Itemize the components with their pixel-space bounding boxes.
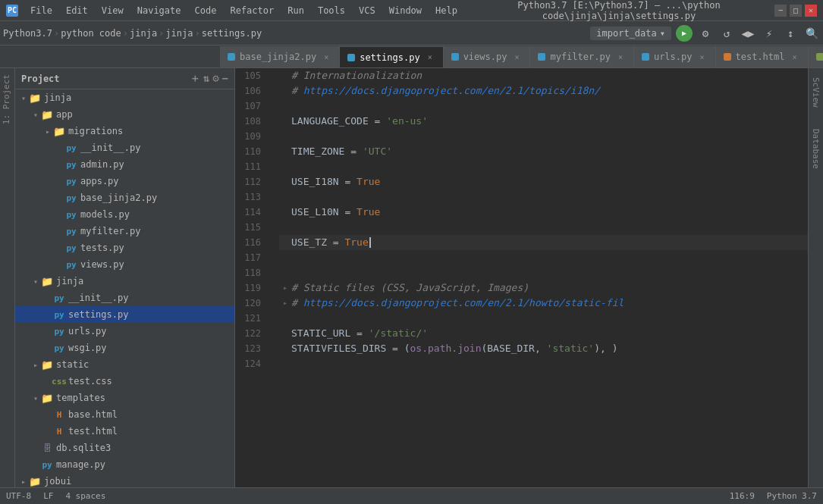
sidebar-item-db_sqlite[interactable]: 🗄db.sqlite3 <box>15 440 234 456</box>
sidebar-item-init_app[interactable]: py__init__.py <box>15 139 234 156</box>
menu-item-help[interactable]: Help <box>429 4 463 17</box>
menu-item-refactor[interactable]: Refactor <box>224 4 280 17</box>
tab-settings[interactable]: settings.py× <box>340 46 443 67</box>
vcs-icon[interactable]: ↕ <box>782 25 799 42</box>
menu-item-window[interactable]: Window <box>383 4 428 17</box>
sidebar-item-wsgi_py[interactable]: pywsgi.py <box>15 340 234 356</box>
tab-close-myfilter[interactable]: × <box>615 52 626 62</box>
sidebar-item-admin_py[interactable]: pyadmin.py <box>15 156 234 173</box>
breadcrumb-item-jinja[interactable]: jinja <box>130 28 157 39</box>
menu-item-navigate[interactable]: Navigate <box>131 4 187 17</box>
database-label[interactable]: Database <box>809 126 822 172</box>
tab-close-base_jinja2[interactable]: × <box>321 52 331 62</box>
sidebar-item-tests_py[interactable]: pytests.py <box>15 239 234 256</box>
fold-arrow-106 <box>279 83 291 99</box>
tab-views[interactable]: views.py× <box>444 46 531 67</box>
fold-arrow-120[interactable]: ▸ <box>279 296 291 311</box>
menu-item-edit[interactable]: Edit <box>60 4 94 17</box>
coverage-icon[interactable]: ◀▶ <box>740 25 756 42</box>
py-icon: py <box>65 242 77 254</box>
breadcrumb-item-python3_7[interactable]: Python3.7 <box>3 28 52 39</box>
token: STATIVFILES_DIRS <box>291 341 386 356</box>
breadcrumb-item-jinja[interactable]: jinja <box>165 28 193 39</box>
menu-item-file[interactable]: File <box>24 4 58 17</box>
fold-arrow-109 <box>279 129 291 144</box>
breadcrumb-item-python_code[interactable]: python code <box>61 28 121 39</box>
add-icon[interactable]: ＋ <box>190 72 200 86</box>
sidebar-item-templates_folder[interactable]: ▾📁templates <box>15 390 234 406</box>
tab-close-urls[interactable]: × <box>697 52 708 62</box>
sidebar-item-migrations_folder[interactable]: ▸📁migrations <box>15 123 234 139</box>
sidebar-item-myfilter_py[interactable]: pymyfilter.py <box>15 223 234 239</box>
sidebar-item-app_folder[interactable]: ▾📁app <box>15 106 234 123</box>
minimize-icon[interactable]: − <box>222 72 228 86</box>
breadcrumb-item-settings_py[interactable]: settings.py <box>202 28 262 39</box>
py-icon: py <box>53 342 65 354</box>
sidebar-item-jobui_folder[interactable]: ▸📁jobui <box>15 473 234 487</box>
settings-icon[interactable]: ⚙ <box>212 72 218 86</box>
sidebar-item-jinja_root[interactable]: ▾📁jinja <box>15 89 234 106</box>
scview-label[interactable]: ScView <box>809 74 822 111</box>
tab-myfilter[interactable]: myfilter.py× <box>530 46 633 67</box>
tab-base_jinja2[interactable]: base_jinja2.py× <box>220 46 340 67</box>
refresh-icon[interactable]: ↺ <box>718 25 735 42</box>
line-num-106: 106 <box>235 83 267 99</box>
run-button[interactable]: ▶ <box>676 25 693 42</box>
close-button[interactable]: ✕ <box>805 5 817 17</box>
sidebar-item-jinja_folder[interactable]: ▾📁jinja <box>15 273 234 290</box>
sidebar-item-static_folder[interactable]: ▸📁static <box>15 356 234 373</box>
tab-close-views[interactable]: × <box>511 52 522 62</box>
py-file-icon <box>228 53 235 61</box>
py-file-icon <box>538 53 545 61</box>
tab-close-test_html[interactable]: × <box>790 52 800 62</box>
project-panel-tab[interactable]: 1: Project <box>0 68 15 487</box>
maximize-button[interactable]: □ <box>790 5 802 17</box>
minimize-button[interactable]: − <box>774 5 787 17</box>
token: True <box>357 174 380 189</box>
sidebar: Project ＋ ⇅ ⚙ − ▾📁jinja▾📁app▸📁migrations… <box>15 68 235 487</box>
build-icon[interactable]: ⚙ <box>697 25 714 42</box>
sidebar-item-urls_py[interactable]: pyurls.py <box>15 323 234 340</box>
window-controls[interactable]: −□✕ <box>774 5 817 17</box>
menu-item-code[interactable]: Code <box>189 4 223 17</box>
sidebar-item-apps_py[interactable]: pyapps.py <box>15 173 234 189</box>
line-num-112: 112 <box>235 174 267 189</box>
menu-item-run[interactable]: Run <box>281 4 310 17</box>
code-line-121 <box>279 311 808 326</box>
sync-icon[interactable]: ⇅ <box>203 72 209 86</box>
tab-label-settings: settings.py <box>360 52 419 63</box>
sidebar-item-settings_py[interactable]: pysettings.py <box>15 306 234 323</box>
search-icon[interactable]: 🔍 <box>803 25 820 42</box>
tree-arrow: ▾ <box>30 277 41 286</box>
sidebar-item-base_html[interactable]: Hbase.html <box>15 406 234 423</box>
line-num-124: 124 <box>235 356 267 371</box>
tab-test_css[interactable]: test.css× <box>809 46 823 67</box>
sidebar-item-test_css_file[interactable]: csstest.css <box>15 373 234 390</box>
profile-icon[interactable]: ⚡ <box>761 25 777 42</box>
tree-item-label-tests_py: tests.py <box>80 243 124 253</box>
tab-close-settings[interactable]: × <box>425 52 435 63</box>
code-line-105: # Internationalization <box>279 68 808 83</box>
token: STATIC_URL <box>291 326 350 341</box>
tab-urls[interactable]: urls.py× <box>634 46 716 67</box>
token: TIME_ZONE <box>291 144 344 159</box>
menu-item-vcs[interactable]: VCS <box>353 4 382 17</box>
code-area[interactable]: # Internationalization # https://docs.dj… <box>273 68 808 487</box>
status-bar: UTF-8 LF 4 spaces 116:9 Python 3.7 <box>0 487 823 504</box>
sidebar-item-views_py[interactable]: pyviews.py <box>15 256 234 273</box>
sidebar-item-models_py[interactable]: pymodels.py <box>15 206 234 223</box>
sidebar-item-init_jinja[interactable]: py__init__.py <box>15 290 234 306</box>
tree-item-label-apps_py: apps.py <box>80 176 119 186</box>
fold-arrow-119[interactable]: ▸ <box>279 280 291 296</box>
menu-item-view[interactable]: View <box>96 4 130 17</box>
sidebar-item-manage_py[interactable]: pymanage.py <box>15 456 234 473</box>
sidebar-item-test_html_file[interactable]: Htest.html <box>15 423 234 440</box>
run-config-dropdown[interactable]: import_data ▾ <box>590 27 671 40</box>
tab-test_html[interactable]: test.html× <box>716 46 809 67</box>
token: USE_TZ <box>291 235 327 250</box>
line-num-121: 121 <box>235 311 267 326</box>
token: True <box>357 205 380 220</box>
menu-item-tools[interactable]: Tools <box>312 4 351 17</box>
sidebar-content: ▾📁jinja▾📁app▸📁migrationspy__init__.pypya… <box>15 89 234 487</box>
sidebar-item-base_jinja2_py[interactable]: pybase_jinja2.py <box>15 189 234 206</box>
